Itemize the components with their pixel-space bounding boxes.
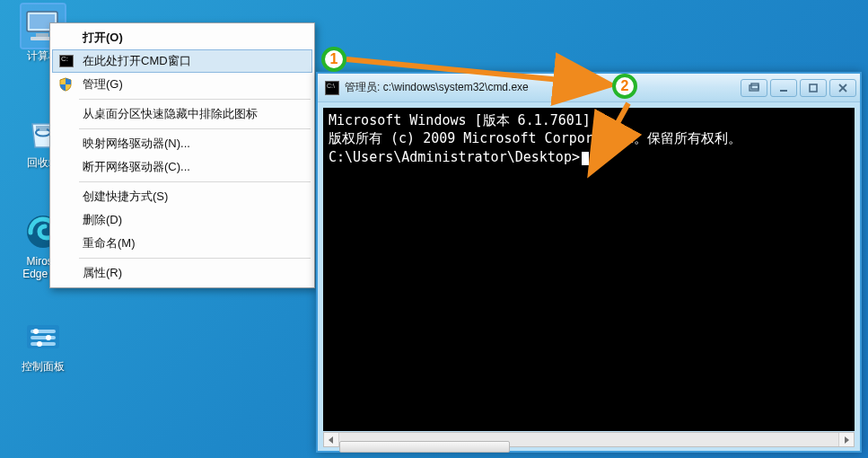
minimize-button[interactable]: [770, 79, 797, 97]
ctx-separator: [79, 258, 311, 259]
ctx-label: 管理(G): [83, 76, 123, 92]
svg-rect-2: [36, 33, 48, 37]
scroll-thumb[interactable]: [339, 441, 510, 453]
scroll-left-arrow-icon[interactable]: [324, 433, 339, 446]
svg-point-10: [46, 335, 51, 340]
ctx-label: 断开网络驱动器(C)...: [83, 159, 190, 175]
svg-rect-7: [31, 336, 56, 339]
cmd-line: Microsoft Windows [版本 6.1.7601]: [329, 111, 849, 129]
desktop: 计算机 回收站 Mirosft Edge 87: [0, 0, 868, 458]
svg-marker-19: [845, 436, 849, 444]
maximize-button[interactable]: [800, 79, 827, 97]
ctx-label: 删除(D): [83, 212, 122, 228]
ctx-separator: [79, 128, 311, 129]
shield-icon: [57, 76, 74, 92]
control-panel-icon: [22, 315, 65, 358]
svg-rect-8: [31, 342, 56, 346]
cmd-line: 版权所有 (c) 2009 Microsoft Corporation。保留所有…: [329, 129, 849, 147]
ctx-label: 打开(O): [83, 30, 123, 46]
ctx-manage[interactable]: 管理(G): [52, 73, 312, 96]
cmd-title-icon: [325, 81, 339, 95]
cmd-output-area[interactable]: Microsoft Windows [版本 6.1.7601] 版权所有 (c)…: [323, 108, 855, 431]
ctx-delete[interactable]: 删除(D): [52, 208, 312, 232]
ctx-open-cmd-here[interactable]: C: 在此处打开CMD窗口: [52, 49, 312, 73]
cmd-prompt: C:\Users\Administrator\Desktop>: [329, 148, 849, 166]
desktop-icon-label: 控制面板: [22, 360, 65, 373]
ctx-disconnect-network-drive[interactable]: 断开网络驱动器(C)...: [52, 155, 312, 179]
cmd-title-text: 管理员: c:\windows\system32\cmd.exe: [345, 80, 741, 95]
ctx-rename[interactable]: 重命名(M): [52, 232, 312, 255]
ctx-label: 映射网络驱动器(N)...: [83, 136, 190, 152]
desktop-icon-control-panel[interactable]: 控制面板: [9, 315, 76, 373]
svg-rect-13: [751, 84, 758, 89]
ctx-label: 从桌面分区快速隐藏中排除此图标: [83, 106, 258, 122]
ctx-map-network-drive[interactable]: 映射网络驱动器(N)...: [52, 132, 312, 155]
cmd-icon: C:: [58, 53, 75, 69]
close-button[interactable]: [829, 79, 856, 97]
scroll-right-arrow-icon[interactable]: [838, 433, 854, 446]
ctx-label: 创建快捷方式(S): [83, 189, 168, 205]
window-extra-button[interactable]: [741, 79, 767, 97]
ctx-label: 在此处打开CMD窗口: [83, 53, 191, 69]
svg-marker-18: [329, 436, 333, 444]
ctx-open[interactable]: 打开(O): [52, 26, 312, 49]
ctx-separator: [79, 181, 311, 182]
ctx-exclude-from-desktop-zone[interactable]: 从桌面分区快速隐藏中排除此图标: [52, 102, 312, 126]
horizontal-scrollbar[interactable]: [323, 432, 855, 447]
annotation-badge-1: 1: [321, 47, 346, 72]
ctx-separator: [79, 99, 311, 100]
svg-point-11: [37, 341, 42, 347]
ctx-label: 属性(R): [83, 265, 122, 281]
cmd-window: 管理员: c:\windows\system32\cmd.exe Microso…: [316, 72, 862, 453]
context-menu: 打开(O) C: 在此处打开CMD窗口 管理(G) 从桌面分区快速隐藏中排除此图: [49, 22, 315, 288]
svg-rect-15: [810, 84, 817, 92]
ctx-properties[interactable]: 属性(R): [52, 261, 312, 285]
svg-point-9: [33, 329, 39, 334]
cmd-titlebar[interactable]: 管理员: c:\windows\system32\cmd.exe: [318, 74, 860, 102]
window-controls: [741, 79, 856, 97]
ctx-create-shortcut[interactable]: 创建快捷方式(S): [52, 185, 312, 208]
ctx-label: 重命名(M): [83, 235, 136, 251]
annotation-badge-2: 2: [612, 74, 637, 99]
